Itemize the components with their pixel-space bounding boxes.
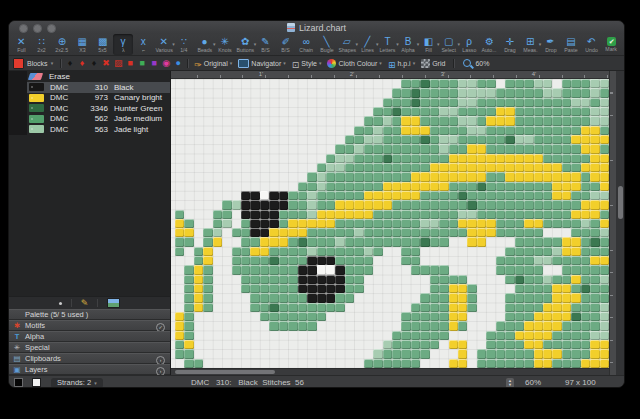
stitch-cell[interactable] bbox=[477, 116, 486, 125]
stitch-cell[interactable] bbox=[317, 247, 326, 256]
stitch-cell[interactable] bbox=[420, 116, 429, 125]
stitch-cell[interactable] bbox=[562, 293, 571, 302]
toolbar-button-shapes[interactable]: ▱ Shapes ▾ bbox=[337, 34, 357, 55]
stitch-cell[interactable] bbox=[364, 200, 373, 209]
stitch-cell[interactable] bbox=[430, 116, 439, 125]
stitch-cell[interactable] bbox=[241, 210, 250, 219]
stitch-cell[interactable] bbox=[505, 191, 514, 200]
stitch-cell[interactable] bbox=[213, 331, 222, 340]
stitch-cell[interactable] bbox=[250, 107, 259, 116]
stitch-cell[interactable] bbox=[298, 228, 307, 237]
stitch-cell[interactable] bbox=[534, 256, 543, 265]
stitch-cell[interactable] bbox=[562, 172, 571, 181]
stitch-cell[interactable] bbox=[213, 228, 222, 237]
stitch-cell[interactable] bbox=[486, 321, 495, 330]
stitch-cell[interactable] bbox=[571, 116, 580, 125]
stitch-cell[interactable] bbox=[449, 116, 458, 125]
stitch-cell[interactable] bbox=[373, 284, 382, 293]
stitch-cell[interactable] bbox=[458, 126, 467, 135]
stitch-cell[interactable] bbox=[288, 154, 297, 163]
stitch-cell[interactable] bbox=[250, 312, 259, 321]
stitch-cell[interactable] bbox=[496, 256, 505, 265]
stitch-cell[interactable] bbox=[213, 98, 222, 107]
stitch-cell[interactable] bbox=[449, 135, 458, 144]
stitch-cell[interactable] bbox=[486, 154, 495, 163]
stitch-cell[interactable] bbox=[552, 219, 561, 228]
stitch-cell[interactable] bbox=[401, 79, 410, 88]
palette-row-310[interactable]: DMC 310 Black bbox=[9, 82, 170, 93]
stitch-cell[interactable] bbox=[420, 88, 429, 97]
stitch-cell[interactable] bbox=[260, 265, 269, 274]
stitch-cell[interactable] bbox=[203, 321, 212, 330]
stitch-cell[interactable] bbox=[534, 182, 543, 191]
stitch-cell[interactable] bbox=[458, 228, 467, 237]
stitch-cell[interactable] bbox=[458, 79, 467, 88]
toolbar-button-letters[interactable]: T Letters ▾ bbox=[377, 34, 397, 55]
stitch-cell[interactable] bbox=[467, 88, 476, 97]
toolbar-button-auto[interactable]: ⚙ Auto... bbox=[479, 34, 499, 55]
stitch-cell[interactable] bbox=[534, 275, 543, 284]
stitch-cell[interactable] bbox=[298, 349, 307, 358]
stitch-cell[interactable] bbox=[430, 275, 439, 284]
stitch-cell[interactable] bbox=[534, 210, 543, 219]
stitch-cell[interactable] bbox=[534, 79, 543, 88]
stitch-cell[interactable] bbox=[515, 154, 524, 163]
stitch-cell[interactable] bbox=[543, 349, 552, 358]
toolbar-button-meas[interactable]: ⊞ Meas. ▾ bbox=[520, 34, 540, 55]
stitch-cell[interactable] bbox=[298, 303, 307, 312]
stitch-cell[interactable] bbox=[335, 116, 344, 125]
stitch-cell[interactable] bbox=[326, 321, 335, 330]
stitch-cell[interactable] bbox=[288, 256, 297, 265]
stitch-cell[interactable] bbox=[213, 200, 222, 209]
stitch-cell[interactable] bbox=[562, 88, 571, 97]
stitch-cell[interactable] bbox=[505, 321, 514, 330]
stitch-cell[interactable] bbox=[515, 293, 524, 302]
stitch-cell[interactable] bbox=[383, 144, 392, 153]
stitch-cell[interactable] bbox=[552, 200, 561, 209]
stitch-cell[interactable] bbox=[590, 98, 599, 107]
stitch-cell[interactable] bbox=[552, 126, 561, 135]
stitch-cell[interactable] bbox=[288, 265, 297, 274]
stitch-cell[interactable] bbox=[486, 219, 495, 228]
stitch-cell[interactable] bbox=[467, 237, 476, 246]
stitch-cell[interactable] bbox=[307, 172, 316, 181]
stitch-cell[interactable] bbox=[194, 172, 203, 181]
stitch-cell[interactable] bbox=[552, 349, 561, 358]
stitch-cell[interactable] bbox=[222, 191, 231, 200]
stitch-cell[interactable] bbox=[241, 182, 250, 191]
stitch-cell[interactable] bbox=[600, 349, 609, 358]
stitch-cell[interactable] bbox=[194, 79, 203, 88]
stitch-cell[interactable] bbox=[458, 237, 467, 246]
stitch-cell[interactable] bbox=[317, 359, 326, 368]
stitch-cell[interactable] bbox=[600, 163, 609, 172]
stitch-cell[interactable] bbox=[326, 182, 335, 191]
stitch-cell[interactable] bbox=[581, 247, 590, 256]
stitch-cell[interactable] bbox=[515, 182, 524, 191]
stitch-cell[interactable] bbox=[543, 144, 552, 153]
chart-canvas[interactable]: 1'2'3'4' bbox=[171, 71, 609, 375]
stitch-cell[interactable] bbox=[373, 98, 382, 107]
stitch-cell[interactable] bbox=[439, 303, 448, 312]
stitch-cell[interactable] bbox=[467, 210, 476, 219]
stitch-cell[interactable] bbox=[600, 144, 609, 153]
stitch-cell[interactable] bbox=[335, 237, 344, 246]
stitch-cell[interactable] bbox=[524, 340, 533, 349]
stitch-cell[interactable] bbox=[439, 172, 448, 181]
stitch-cell[interactable] bbox=[534, 340, 543, 349]
stitch-cell[interactable] bbox=[571, 98, 580, 107]
stitch-cell[interactable] bbox=[439, 144, 448, 153]
stitch-cell[interactable] bbox=[269, 98, 278, 107]
stitch-cell[interactable] bbox=[175, 349, 184, 358]
stitch-cell[interactable] bbox=[467, 116, 476, 125]
stitch-cell[interactable] bbox=[203, 135, 212, 144]
stitch-cell[interactable] bbox=[317, 88, 326, 97]
stitch-mode-button[interactable]: ● bbox=[172, 57, 184, 70]
stitch-cell[interactable] bbox=[515, 321, 524, 330]
stitch-cell[interactable] bbox=[590, 88, 599, 97]
stitch-cell[interactable] bbox=[326, 126, 335, 135]
stitch-cell[interactable] bbox=[222, 321, 231, 330]
stitch-cell[interactable] bbox=[317, 293, 326, 302]
stitch-cell[interactable] bbox=[477, 144, 486, 153]
stitch-cell[interactable] bbox=[203, 284, 212, 293]
stitch-cell[interactable] bbox=[213, 275, 222, 284]
